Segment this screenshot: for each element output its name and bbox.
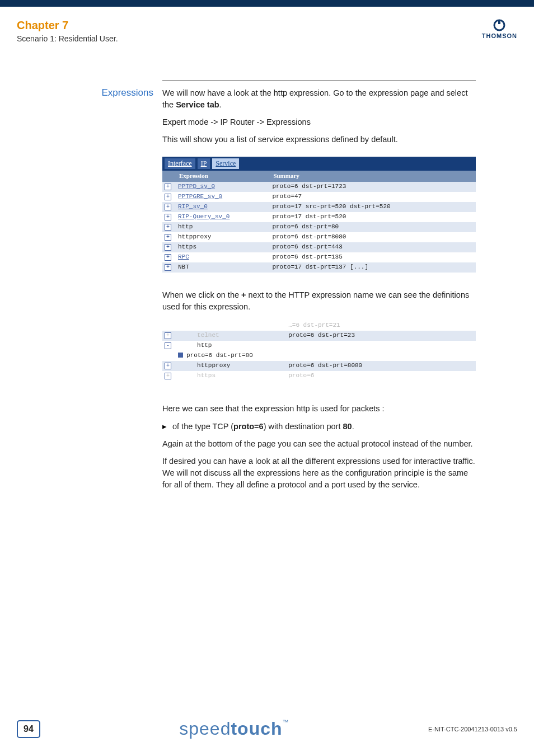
expand-icon[interactable]: + — [165, 264, 171, 271]
table-row: +httpsproto=6 — [162, 371, 476, 381]
expand-icon[interactable]: + — [165, 332, 171, 339]
table-row: -http — [162, 341, 476, 351]
footer-logo: speedtouch™ — [179, 719, 289, 739]
table-row: +httpproxyproto=6 dst-prt=8080 — [162, 361, 476, 371]
expr-link[interactable]: RPC — [178, 253, 189, 260]
bullet-icon — [178, 353, 183, 358]
expand-icon[interactable]: + — [165, 363, 171, 369]
expand-icon[interactable]: + — [165, 234, 171, 241]
mid-p1: When we click on the + next to the HTTP … — [162, 289, 476, 313]
section-rule — [162, 80, 476, 81]
table-row: +telnetproto=6 dst-prt=23 — [162, 331, 476, 341]
expr-text: NBT — [178, 264, 189, 270]
brand-logo: THOMSON — [482, 19, 517, 39]
expand-icon[interactable]: + — [165, 194, 171, 200]
thomson-icon — [492, 19, 507, 31]
breadcrumb-path: Expert mode -> IP Router -> Expressions — [162, 116, 476, 128]
detail-table: …=6 dst-prt=21 +telnetproto=6 dst-prt=23… — [162, 321, 476, 381]
table-row: +httpsproto=6 dst-prt=443 — [162, 242, 476, 252]
svg-rect-1 — [498, 20, 500, 24]
intro-p3: This will show you a list of service exp… — [162, 134, 476, 145]
page-footer: 94 speedtouch™ E-NIT-CTC-20041213-0013 v… — [0, 719, 534, 739]
tab-service[interactable]: Service — [212, 158, 239, 169]
expressions-table: Expression Summary +PPTPD_sv_0proto=6 ds… — [162, 171, 476, 272]
table-row: +PPTPGRE_sv_0proto=47 — [162, 192, 476, 202]
col-summary: Summary — [270, 171, 476, 182]
collapse-icon[interactable]: - — [165, 342, 171, 349]
section-heading: Expressions — [0, 87, 162, 496]
tab-interface[interactable]: Interface — [165, 158, 195, 169]
document-id: E-NIT-CTC-20041213-0013 v0.5 — [428, 726, 517, 732]
table-row: +httpproxyproto=6 dst-prt=8080 — [162, 232, 476, 242]
screenshot-2: …=6 dst-prt=21 +telnetproto=6 dst-prt=23… — [162, 321, 476, 381]
table-row: …=6 dst-prt=21 — [162, 321, 476, 331]
expand-icon[interactable]: + — [165, 244, 171, 251]
expr-link[interactable]: RIP-Query_sv_0 — [178, 213, 229, 220]
expr-link[interactable]: RIP_sv_0 — [178, 203, 208, 210]
top-bar — [0, 0, 534, 7]
intro-p1: We will now have a look at the http expr… — [162, 87, 476, 111]
table-row: +RIP_sv_0proto=17 src-prt=520 dst-prt=52… — [162, 202, 476, 212]
expr-text: httpproxy — [178, 233, 211, 240]
chapter-title: Chapter 7 — [17, 19, 118, 32]
after-p1: Here we can see that the expression http… — [162, 403, 476, 415]
table-row: +RIP-Query_sv_0proto=17 dst-prt=520 — [162, 212, 476, 222]
detail-row: proto=6 dst-prt=80 — [162, 351, 476, 361]
page-header: Chapter 7 Scenario 1: Residential User. … — [0, 7, 534, 46]
table-row: +NBTproto=17 dst-prt=137 [...] — [162, 262, 476, 273]
tab-ip[interactable]: IP — [198, 158, 210, 169]
expr-link[interactable]: PPTPD_sv_0 — [178, 183, 215, 190]
after-p3: If desired you can have a look at all th… — [162, 456, 476, 491]
expand-icon[interactable]: + — [165, 254, 171, 261]
table-row: +httpproto=6 dst-prt=80 — [162, 222, 476, 232]
after-p2: Again at the bottom of the page you can … — [162, 438, 476, 450]
list-item: of the type TCP (proto=6) with destinati… — [162, 421, 476, 433]
expr-link[interactable]: PPTPGRE_sv_0 — [178, 193, 222, 200]
page-number: 94 — [17, 720, 40, 738]
expand-icon[interactable]: + — [165, 184, 171, 190]
brand-text: THOMSON — [482, 32, 517, 39]
expand-icon[interactable]: + — [165, 373, 171, 379]
table-row: +PPTPD_sv_0proto=6 dst-prt=1723 — [162, 182, 476, 192]
expand-icon[interactable]: + — [165, 224, 171, 231]
tab-bar: Interface IP Service — [162, 157, 476, 171]
col-expression: Expression — [176, 171, 270, 182]
screenshot-1: Interface IP Service Expression Summary … — [162, 157, 476, 273]
expr-text: https — [178, 243, 196, 250]
expand-icon[interactable]: + — [165, 204, 171, 210]
expand-icon[interactable]: + — [165, 214, 171, 220]
expr-text: http — [178, 223, 193, 230]
chapter-subtitle: Scenario 1: Residential User. — [17, 34, 118, 43]
table-row: +RPCproto=6 dst-prt=135 — [162, 252, 476, 262]
bullet-list: of the type TCP (proto=6) with destinati… — [162, 421, 476, 433]
